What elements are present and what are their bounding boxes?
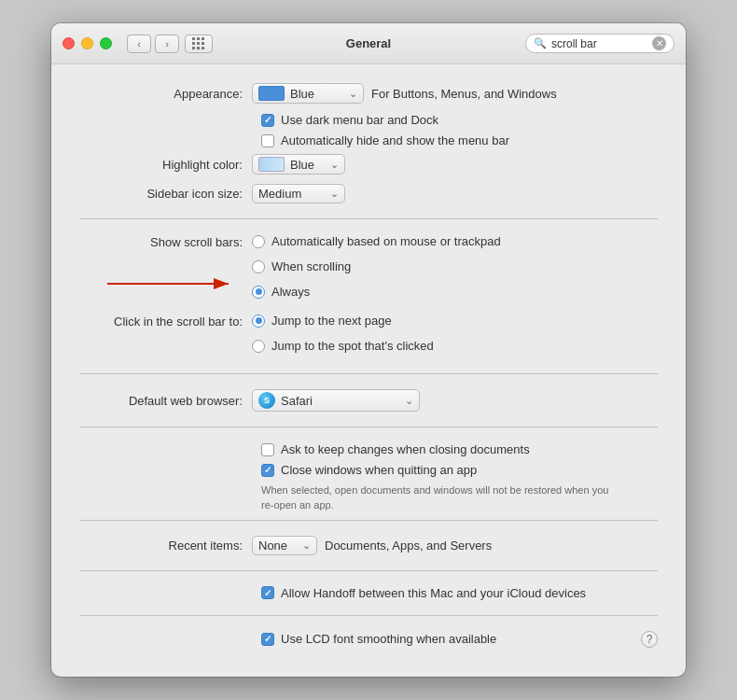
appearance-row: Appearance: Blue ⌄ For Buttons, Menus, a… xyxy=(79,83,658,104)
dark-menu-label: Use dark menu bar and Dock xyxy=(281,113,438,127)
default-browser-value: Safari xyxy=(281,394,313,408)
click-next-page-radio[interactable] xyxy=(252,315,265,328)
dark-menu-checkbox[interactable] xyxy=(261,114,274,127)
titlebar: ‹ › General 🔍 ✕ xyxy=(51,23,686,64)
click-scroll-label: Click in the scroll bar to: xyxy=(79,314,252,329)
auto-hide-label: Automatically hide and show the menu bar xyxy=(281,133,509,147)
divider-5 xyxy=(79,570,658,571)
click-spot-label: Jump to the spot that's clicked xyxy=(271,339,434,353)
default-browser-row: Default web browser: S Safari ⌄ xyxy=(79,389,658,412)
sidebar-icon-select[interactable]: Medium ⌄ xyxy=(252,184,345,203)
recent-items-row: Recent items: None ⌄ Documents, Apps, an… xyxy=(79,536,658,555)
show-scroll-bars-section: Show scroll bars: Automatically based on… xyxy=(79,234,658,304)
chevron-down-icon: ⌄ xyxy=(349,88,357,100)
annotation-arrow xyxy=(107,270,247,298)
sidebar-icon-row: Sidebar icon size: Medium ⌄ xyxy=(79,184,658,203)
scroll-when-row: When scrolling xyxy=(252,259,501,273)
auto-hide-checkbox[interactable] xyxy=(261,134,274,147)
search-icon: 🔍 xyxy=(534,37,547,49)
sidebar-icon-label: Sidebar icon size: xyxy=(79,187,252,201)
highlight-color-label: Highlight color: xyxy=(79,158,252,172)
ask-keep-label: Ask to keep changes when closing documen… xyxy=(281,442,530,456)
chevron-down-icon: ⌄ xyxy=(330,188,339,200)
click-scroll-section: Click in the scroll bar to: Jump to the … xyxy=(79,314,658,358)
blue-swatch xyxy=(258,86,285,101)
scroll-always-row: Always xyxy=(252,285,501,299)
recent-items-note: Documents, Apps, and Servers xyxy=(325,539,492,553)
search-input[interactable] xyxy=(551,37,647,50)
lcd-font-label: Use LCD font smoothing when available xyxy=(281,632,496,646)
back-button[interactable]: ‹ xyxy=(127,35,151,53)
show-scroll-bars-options: Automatically based on mouse or trackpad… xyxy=(252,234,501,304)
close-windows-label: Close windows when quitting an app xyxy=(281,463,477,477)
recent-items-value: None xyxy=(258,539,287,553)
scroll-auto-label: Automatically based on mouse or trackpad xyxy=(271,234,501,248)
safari-icon: S xyxy=(258,392,275,409)
search-clear-button[interactable]: ✕ xyxy=(652,36,666,50)
dark-menu-row: Use dark menu bar and Dock xyxy=(261,113,658,127)
handoff-label: Allow Handoff between this Mac and your … xyxy=(281,586,586,600)
handoff-row: Allow Handoff between this Mac and your … xyxy=(261,586,658,600)
divider-3 xyxy=(79,427,658,427)
divider-1 xyxy=(79,218,658,219)
close-windows-checkbox[interactable] xyxy=(261,464,274,477)
highlight-color-value: Blue xyxy=(290,158,314,172)
highlight-color-content: Blue ⌄ xyxy=(252,154,658,175)
appearance-select[interactable]: Blue ⌄ xyxy=(252,83,364,104)
divider-6 xyxy=(79,615,658,616)
close-button[interactable] xyxy=(63,37,75,49)
ask-keep-checkbox[interactable] xyxy=(261,443,274,456)
sidebar-icon-content: Medium ⌄ xyxy=(252,184,658,203)
appearance-note: For Buttons, Menus, and Windows xyxy=(371,87,557,101)
show-scroll-bars-label: Show scroll bars: xyxy=(79,234,252,249)
chevron-down-icon: ⌄ xyxy=(330,159,339,171)
appearance-content: Blue ⌄ For Buttons, Menus, and Windows xyxy=(252,83,658,104)
click-scroll-options: Jump to the next page Jump to the spot t… xyxy=(252,314,434,358)
click-next-page-label: Jump to the next page xyxy=(271,314,392,328)
highlight-color-select[interactable]: Blue ⌄ xyxy=(252,154,345,175)
lcd-font-row: Use LCD font smoothing when available ? xyxy=(261,631,658,648)
scroll-when-label: When scrolling xyxy=(271,259,351,273)
scroll-when-radio[interactable] xyxy=(252,260,265,273)
search-box[interactable]: 🔍 ✕ xyxy=(525,34,674,53)
window-title: General xyxy=(346,36,391,50)
highlight-color-row: Highlight color: Blue ⌄ xyxy=(79,154,658,175)
lcd-font-checkbox[interactable] xyxy=(261,633,274,646)
appearance-label: Appearance: xyxy=(79,87,252,101)
sidebar-icon-value: Medium xyxy=(258,187,301,201)
click-next-page-row: Jump to the next page xyxy=(252,314,434,328)
click-spot-radio[interactable] xyxy=(252,340,265,353)
handoff-checkbox[interactable] xyxy=(261,586,274,599)
preferences-content: Appearance: Blue ⌄ For Buttons, Menus, a… xyxy=(51,64,686,677)
maximize-button[interactable] xyxy=(100,37,112,49)
traffic-lights xyxy=(63,37,112,49)
default-browser-content: S Safari ⌄ xyxy=(252,389,658,412)
ask-keep-row: Ask to keep changes when closing documen… xyxy=(261,442,658,456)
highlight-swatch xyxy=(258,157,285,172)
forward-button[interactable]: › xyxy=(155,35,179,53)
chevron-down-icon: ⌄ xyxy=(302,539,311,552)
scroll-auto-row: Automatically based on mouse or trackpad xyxy=(252,234,501,248)
auto-hide-row: Automatically hide and show the menu bar xyxy=(261,133,658,147)
click-spot-row: Jump to the spot that's clicked xyxy=(252,339,434,353)
close-windows-note: When selected, open documents and window… xyxy=(261,483,616,512)
close-windows-row: Close windows when quitting an app xyxy=(261,463,658,477)
scroll-always-label: Always xyxy=(271,285,310,299)
chevron-down-icon: ⌄ xyxy=(405,395,413,407)
recent-items-label: Recent items: xyxy=(79,539,252,553)
divider-2 xyxy=(79,373,658,374)
default-browser-label: Default web browser: xyxy=(79,394,252,408)
default-browser-select[interactable]: S Safari ⌄ xyxy=(252,389,420,412)
grid-dots-icon xyxy=(192,37,205,50)
divider-4 xyxy=(79,520,658,521)
recent-items-select[interactable]: None ⌄ xyxy=(252,536,317,555)
recent-items-content: None ⌄ Documents, Apps, and Servers xyxy=(252,536,658,555)
appearance-value: Blue xyxy=(290,87,314,101)
help-button[interactable]: ? xyxy=(641,631,658,648)
nav-buttons: ‹ › xyxy=(127,35,179,53)
scroll-auto-radio[interactable] xyxy=(252,235,265,248)
system-preferences-window: ‹ › General 🔍 ✕ Appearance: Blue xyxy=(51,23,686,677)
minimize-button[interactable] xyxy=(81,37,93,49)
grid-view-button[interactable] xyxy=(185,35,213,53)
scroll-always-radio[interactable] xyxy=(252,286,265,299)
